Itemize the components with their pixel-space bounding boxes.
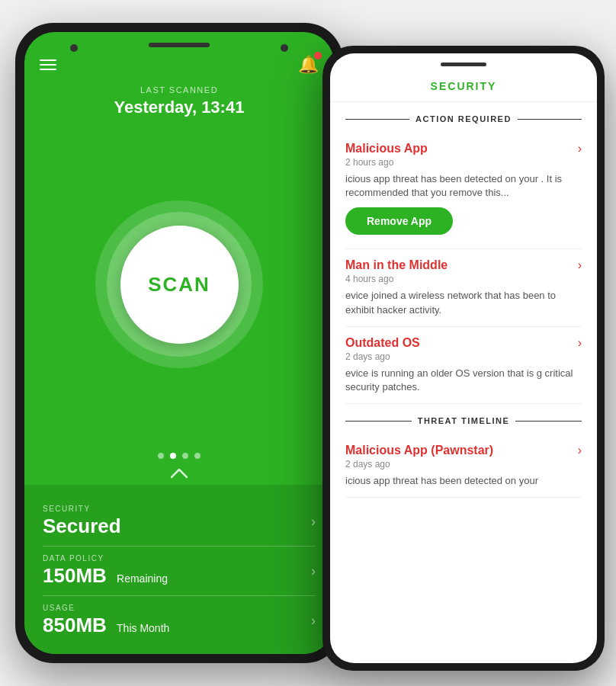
notch-bar [441,63,486,66]
threat-title-mitm: Man in the Middle [345,258,448,272]
data-policy-stat-row[interactable]: DATA POLICY 150MB Remaining › [43,547,316,596]
right-phone: SECURITY ACTION REQUIRED Malicious App ›… [322,46,605,671]
remove-app-button[interactable]: Remove App [345,207,453,235]
timeline-divider-line-right [515,421,582,422]
threat-chevron-mitm: › [578,258,582,272]
usage-stat-row[interactable]: USAGE 850MB This Month › [43,596,316,642]
usage-stat-label: USAGE [43,604,311,612]
data-policy-value-sub: Remaining [117,572,168,585]
dot-4 [194,453,201,459]
stats-section: SECURITY Secured › DATA POLICY 150MB Rem… [24,485,334,654]
divider-line-right [518,119,582,120]
data-policy-arrow-icon: › [311,563,316,579]
threat-time-malicious: 2 hours ago [345,157,582,168]
data-policy-stat-content: DATA POLICY 150MB Remaining [43,554,311,588]
usage-value-bold: 850MB [43,614,107,636]
scan-button-label: SCAN [148,273,210,297]
top-bar [24,32,334,52]
camera-dot-right [281,44,288,52]
security-stat-row[interactable]: SECURITY Secured › [43,497,316,547]
timeline-threat-desc-pawnstar: icious app threat has been detected on y… [345,474,582,488]
action-required-label: ACTION REQUIRED [415,114,512,123]
security-stat-value: Secured [43,514,311,538]
timeline-threat-title-pawnstar: Malicious App (Pawnstar) [345,444,493,457]
threat-timeline-divider: THREAT TIMELINE [345,404,582,434]
data-policy-stat-label: DATA POLICY [43,554,311,563]
chevron-up-icon[interactable] [24,465,334,485]
scan-area: SCAN [95,125,263,444]
right-header-title: SECURITY [345,80,582,92]
usage-stat-content: USAGE 850MB This Month [43,604,311,637]
action-required-divider: ACTION REQUIRED [345,102,582,133]
timeline-threat-time-pawnstar: 2 days ago [345,459,582,470]
left-phone: 🔔 LAST SCANNED Yesterday, 13:41 SCAN [15,23,343,663]
data-policy-stat-value: 150MB Remaining [43,564,311,588]
security-value-bold: Secured [43,514,121,537]
threat-header-malicious: Malicious App › [345,142,582,155]
scan-button[interactable]: SCAN [120,226,239,344]
threat-desc-mitm: evice joined a wireless network that has… [345,289,582,316]
notification-bell[interactable]: 🔔 [298,55,319,75]
threat-item-outdated-os[interactable]: Outdated OS › 2 days ago evice is runnin… [345,327,582,404]
last-scanned-value: Yesterday, 13:41 [40,98,319,117]
threat-desc-malicious: icious app threat has been detected on y… [345,172,582,200]
scan-mid-ring: SCAN [107,212,252,357]
threat-header-outdated: Outdated OS › [345,336,582,350]
timeline-threat-chevron-pawnstar: › [578,444,582,457]
threat-time-outdated: 2 days ago [345,351,582,362]
scene: 🔔 LAST SCANNED Yesterday, 13:41 SCAN [0,0,616,686]
header-icons: 🔔 [24,52,334,75]
camera-dot-left [70,44,78,52]
dot-1 [158,453,164,459]
threat-item-mitm[interactable]: Man in the Middle › 4 hours ago evice jo… [345,249,582,326]
divider-line-left [345,119,409,120]
page-dots [24,444,334,465]
security-arrow-icon: › [311,514,316,530]
right-content[interactable]: ACTION REQUIRED Malicious App › 2 hours … [330,102,597,663]
threat-chevron-malicious: › [578,142,582,155]
right-top-notch [330,53,597,75]
timeline-divider-line-left [345,421,412,422]
threat-title-outdated: Outdated OS [345,336,420,350]
scan-outer-ring: SCAN [95,200,263,368]
right-header: SECURITY [330,75,597,102]
dot-2 [170,453,176,459]
menu-button[interactable] [40,59,56,70]
speaker-bar [149,43,210,47]
timeline-threat-header-pawnstar: Malicious App (Pawnstar) › [345,444,582,457]
security-stat-label: SECURITY [43,505,311,513]
threat-header-mitm: Man in the Middle › [345,258,582,272]
notification-badge [314,52,322,59]
usage-stat-value: 850MB This Month [43,614,311,637]
data-policy-value-bold: 150MB [43,564,107,587]
last-scanned-label: LAST SCANNED [40,85,319,95]
usage-value-sub: This Month [117,622,169,634]
threat-chevron-outdated: › [578,336,582,350]
usage-arrow-icon: › [311,613,316,629]
dot-3 [182,453,188,459]
threat-timeline-label: THREAT TIMELINE [418,416,510,425]
last-scanned-section: LAST SCANNED Yesterday, 13:41 [24,75,334,125]
threat-time-mitm: 4 hours ago [345,274,582,284]
threat-item-malicious-app[interactable]: Malicious App › 2 hours ago icious app t… [345,133,582,249]
threat-desc-outdated: evice is running an older OS version tha… [345,367,582,394]
threat-title-malicious: Malicious App [345,142,428,155]
security-stat-content: SECURITY Secured [43,505,311,538]
timeline-threat-pawnstar[interactable]: Malicious App (Pawnstar) › 2 days ago ic… [345,434,582,498]
